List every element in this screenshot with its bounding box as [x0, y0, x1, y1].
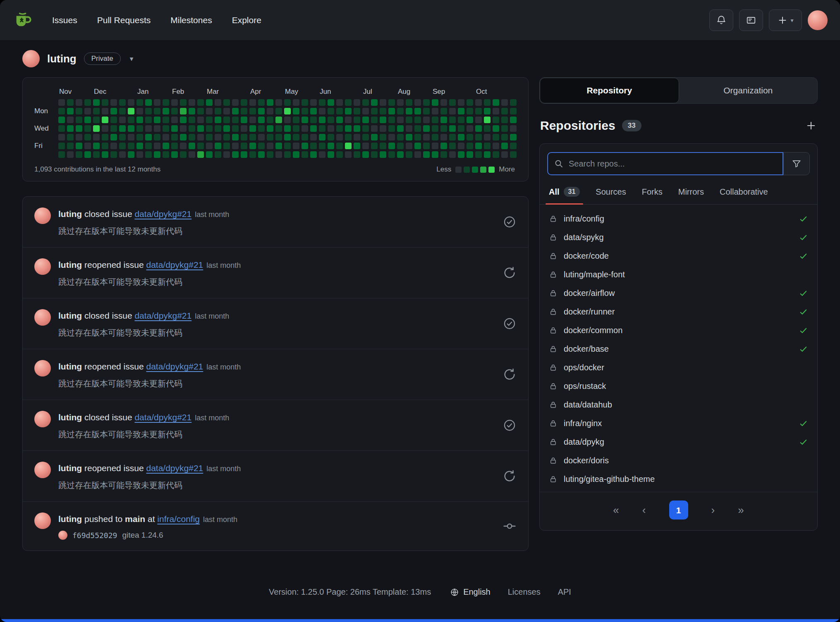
feed-user-link[interactable]: luting [58, 362, 82, 371]
feed-avatar[interactable] [34, 309, 51, 326]
user-avatar-button[interactable] [808, 10, 828, 30]
feed-avatar[interactable] [34, 360, 51, 377]
dashboard-context-button[interactable] [739, 10, 763, 31]
filter-tab-forks[interactable]: Forks [642, 187, 663, 204]
repo-link-luting-gitea-github-theme[interactable]: luting/gitea-github-theme [540, 470, 817, 489]
footer-link-licenses[interactable]: Licenses [508, 587, 541, 597]
pagination-page-1[interactable]: 1 [669, 500, 688, 520]
pagination-last[interactable]: » [738, 505, 744, 515]
repo-search-input[interactable] [569, 159, 777, 169]
tab-repository[interactable]: Repository [540, 78, 679, 103]
repo-filter-button[interactable] [783, 152, 810, 175]
heatmap-cell [484, 151, 491, 158]
heatmap-cell [171, 117, 178, 123]
repo-link-data-datahub[interactable]: data/datahub [540, 396, 817, 414]
feed-target-link[interactable]: data/dpykg#21 [134, 209, 191, 219]
feed-user-link[interactable]: luting [58, 463, 82, 473]
feed-action-text: reopened issue [84, 362, 144, 371]
feed-avatar[interactable] [34, 512, 51, 529]
heatmap-cell [119, 143, 126, 149]
repo-link-docker-runner[interactable]: docker/runner [540, 303, 817, 321]
repo-link-infra-nginx[interactable]: infra/nginx [540, 414, 817, 433]
pagination-first[interactable]: « [613, 505, 619, 515]
repo-link-docker-base[interactable]: docker/base [540, 340, 817, 358]
repo-link-data-spykg[interactable]: data/spykg [540, 228, 817, 247]
tab-organization[interactable]: Organization [679, 78, 818, 103]
notifications-button[interactable] [709, 10, 733, 31]
profile-dropdown-caret-icon[interactable]: ▾ [130, 55, 134, 63]
nav-item-milestones[interactable]: Milestones [170, 15, 212, 25]
repo-link-docker-doris[interactable]: docker/doris [540, 451, 817, 470]
repo-link-docker-common[interactable]: docker/common [540, 321, 817, 340]
heatmap-cell [93, 151, 100, 158]
heatmap-cell [136, 117, 143, 123]
heatmap-cell [223, 117, 230, 123]
repo-link-luting-maple-font[interactable]: luting/maple-font [540, 265, 817, 284]
pagination-next[interactable]: › [711, 505, 715, 515]
feed-target-link[interactable]: infra/config [157, 514, 200, 524]
pagination-prev[interactable]: ‹ [642, 505, 646, 515]
heatmap-cell [241, 125, 247, 132]
feed-main: luting pushed to main at infra/configlas… [58, 512, 237, 540]
footer-link-api[interactable]: API [558, 587, 571, 597]
heatmap-cell [310, 99, 317, 106]
filter-tab-collaborative[interactable]: Collaborative [720, 187, 768, 204]
feed-user-link[interactable]: luting [58, 514, 82, 524]
heatmap-cell [154, 117, 160, 123]
repo-link-docker-airflow[interactable]: docker/airflow [540, 284, 817, 303]
profile-username[interactable]: luting [47, 52, 77, 65]
gitea-logo-icon[interactable] [12, 9, 35, 31]
feed-title: luting pushed to main at infra/configlas… [58, 514, 237, 524]
heatmap-month-label: Nov [59, 88, 72, 96]
repo-link-infra-config[interactable]: infra/config [540, 210, 817, 228]
feed-user-link[interactable]: luting [58, 209, 82, 219]
filter-tab-sources[interactable]: Sources [596, 187, 626, 204]
heatmap-cell [302, 134, 308, 141]
feed-action-text: pushed to [84, 514, 122, 524]
feed-avatar[interactable] [34, 462, 51, 478]
heatmap-cell [388, 134, 395, 141]
profile-avatar[interactable] [22, 50, 40, 67]
feed-avatar[interactable] [34, 207, 51, 224]
repo-link-ops-docker[interactable]: ops/docker [540, 358, 817, 377]
feed-avatar[interactable] [34, 258, 51, 275]
legend-cell [464, 167, 470, 173]
visibility-badge: Private [84, 52, 121, 65]
filter-tab-mirrors[interactable]: Mirrors [678, 187, 704, 204]
create-new-button[interactable]: ▾ [769, 10, 802, 31]
heatmap-cell [406, 134, 412, 141]
heatmap-cell [76, 151, 82, 158]
heatmap-cell [501, 143, 508, 149]
heatmap-cell [154, 134, 160, 141]
filter-tab-all[interactable]: All 31 [549, 187, 580, 204]
feed-target-link[interactable]: data/dpykg#21 [146, 463, 203, 473]
heatmap-cell [388, 125, 395, 132]
lock-icon [549, 382, 558, 391]
feed-target-link[interactable]: data/dpykg#21 [134, 412, 191, 422]
feed-target-link[interactable]: data/dpykg#21 [146, 260, 203, 269]
feed-target-link[interactable]: data/dpykg#21 [134, 311, 191, 320]
new-repository-button[interactable] [805, 120, 817, 131]
feed-avatar[interactable] [34, 411, 51, 427]
repo-link-docker-code[interactable]: docker/code [540, 247, 817, 265]
repo-link-ops-rustack[interactable]: ops/rustack [540, 377, 817, 396]
heatmap-cell [110, 125, 117, 132]
heatmap-cell [432, 134, 438, 141]
nav-item-explore[interactable]: Explore [232, 15, 261, 25]
repo-link-data-dpykg[interactable]: data/dpykg [540, 433, 817, 451]
feed-user-link[interactable]: luting [58, 311, 82, 320]
nav-item-pull-requests[interactable]: Pull Requests [97, 15, 151, 25]
feed-user-link[interactable]: luting [58, 260, 82, 269]
legend-cells [455, 167, 495, 173]
footer-link-english[interactable]: English [450, 587, 491, 597]
nav-item-issues[interactable]: Issues [52, 15, 77, 25]
feed-user-link[interactable]: luting [58, 412, 82, 422]
feed-target-link[interactable]: data/dpykg#21 [146, 362, 203, 371]
bottom-accent-bar [0, 619, 840, 622]
heatmap-cell [58, 125, 65, 132]
commit-sha-link[interactable]: f69d552029 [72, 531, 117, 540]
heatmap-cell [171, 99, 178, 106]
heatmap-cell [414, 108, 421, 114]
feed-action-text: closed issue [84, 311, 132, 320]
heatmap-cell [440, 151, 447, 158]
